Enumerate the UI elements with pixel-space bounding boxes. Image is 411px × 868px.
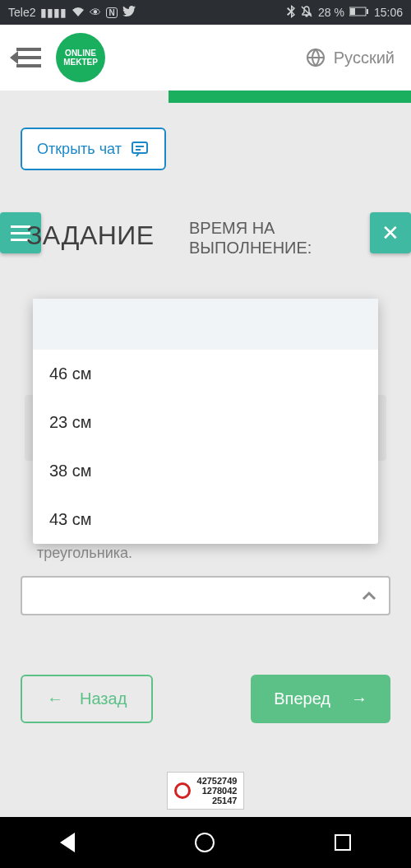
question-text-fragment: треугольника. bbox=[37, 545, 132, 562]
counter-line: 42752749 bbox=[197, 776, 238, 786]
back-button[interactable]: ← Назад bbox=[21, 675, 153, 723]
chevron-up-icon bbox=[362, 591, 376, 601]
chat-button-label: Открыть чат bbox=[37, 141, 122, 158]
task-header: ✕ ЗАДАНИЕ ВРЕМЯ НА ВЫПОЛНЕНИЕ: bbox=[0, 216, 411, 273]
battery-icon bbox=[349, 6, 369, 19]
nav-back-icon[interactable] bbox=[60, 833, 75, 852]
language-label: Русский bbox=[334, 49, 395, 67]
forward-button[interactable]: Вперед → bbox=[251, 675, 390, 723]
language-switcher[interactable]: Русский bbox=[306, 48, 395, 67]
chat-icon bbox=[130, 139, 150, 159]
dropdown-option[interactable]: 23 см bbox=[33, 398, 378, 447]
counter-line: 25147 bbox=[212, 796, 238, 805]
nav-home-icon[interactable] bbox=[195, 833, 215, 852]
forward-label: Вперед bbox=[274, 689, 330, 708]
nfc-icon: N bbox=[106, 7, 117, 18]
dropdown-option[interactable]: 43 см bbox=[33, 495, 378, 544]
wifi-icon bbox=[72, 6, 85, 19]
close-button[interactable]: ✕ bbox=[370, 212, 411, 253]
footer-counter: 42752749 1278042 25147 bbox=[0, 772, 411, 810]
task-title: ЗАДАНИЕ bbox=[26, 220, 155, 251]
signal-icon: ▮▮▮▮ bbox=[40, 6, 67, 19]
arrow-right-icon: → bbox=[351, 689, 367, 708]
bluetooth-icon bbox=[287, 5, 295, 21]
dropdown-blank-option[interactable] bbox=[33, 299, 378, 350]
logo-line1: ONLINE bbox=[65, 49, 96, 58]
task-time-label-1: ВРЕМЯ НА bbox=[189, 219, 275, 238]
globe-icon bbox=[306, 48, 326, 67]
svg-rect-4 bbox=[132, 142, 147, 153]
dropdown-option[interactable]: 38 см bbox=[33, 447, 378, 495]
mute-icon bbox=[300, 5, 313, 21]
eye-icon: 👁 bbox=[90, 6, 101, 19]
svg-rect-1 bbox=[350, 8, 355, 15]
nav-recent-icon[interactable] bbox=[335, 834, 351, 851]
app-header: ONLINE MEKTEP Русский bbox=[0, 25, 411, 91]
clock: 15:06 bbox=[374, 6, 403, 19]
logo-line2: MEKTEP bbox=[63, 58, 98, 67]
open-chat-button[interactable]: Открыть чат bbox=[21, 128, 166, 170]
twitter-icon bbox=[122, 6, 136, 19]
android-nav-bar bbox=[0, 817, 411, 868]
svg-rect-2 bbox=[367, 9, 368, 14]
battery-pct: 28 % bbox=[318, 6, 344, 19]
carrier-label: Tele2 bbox=[8, 6, 35, 19]
progress-bar bbox=[0, 91, 411, 103]
counter-line: 1278042 bbox=[202, 786, 238, 796]
back-label: Назад bbox=[80, 689, 127, 708]
dropdown-option[interactable]: 46 см bbox=[33, 350, 378, 398]
menu-toggle-icon[interactable] bbox=[16, 48, 41, 67]
logo: ONLINE MEKTEP bbox=[56, 33, 105, 82]
arrow-left-icon: ← bbox=[47, 689, 63, 708]
counter-ring-icon bbox=[174, 782, 191, 799]
android-status-bar: Tele2 ▮▮▮▮ 👁 N 28 % 15:06 bbox=[0, 0, 411, 25]
task-time-label-2: ВЫПОЛНЕНИЕ: bbox=[189, 239, 312, 258]
answer-dropdown: 46 см 23 см 38 см 43 см bbox=[33, 299, 378, 544]
answer-select[interactable] bbox=[21, 576, 390, 615]
